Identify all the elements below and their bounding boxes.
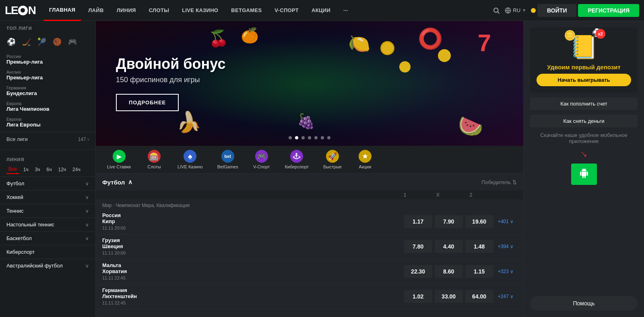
odd-2[interactable]: 1.15 bbox=[465, 265, 493, 278]
qn-esports-label: Киберспорт bbox=[285, 164, 309, 169]
banner-content: Двойной бонус 150 фриспинов для игры ПОД… bbox=[96, 39, 246, 127]
qn-esports[interactable]: 🕹 Киберспорт bbox=[278, 146, 316, 173]
all-leagues-label: Все лиги bbox=[6, 136, 28, 142]
odd-x[interactable]: 33.00 bbox=[435, 290, 463, 303]
help-button[interactable]: Помощь bbox=[530, 296, 638, 311]
withdraw-link[interactable]: Как снять деньги bbox=[530, 115, 638, 127]
odds-cells: 7.80 4.40 1.48 +394 ∨ bbox=[403, 240, 517, 253]
winner-sort[interactable]: Победитель ⇅ bbox=[481, 179, 517, 185]
time-filter-3h[interactable]: 3ч bbox=[33, 166, 42, 174]
match-time: 11.11 22:45 bbox=[102, 276, 403, 280]
sport-line-table-tennis[interactable]: Настольный теннис ∨ bbox=[0, 218, 95, 231]
more-odds-link[interactable]: +401 ∨ bbox=[495, 219, 517, 224]
android-download-button[interactable] bbox=[571, 164, 597, 185]
odd-x[interactable]: 7.90 bbox=[435, 215, 463, 228]
league-europe-uel[interactable]: Европа Лига Европы bbox=[0, 114, 95, 130]
search-button[interactable] bbox=[493, 7, 500, 14]
league-europe-ucl[interactable]: Европа Лига Чемпионов bbox=[0, 99, 95, 114]
nav-home[interactable]: ГЛАВНАЯ bbox=[43, 0, 81, 21]
header: LE N ГЛАВНАЯ ЛАЙВ ЛИНИЯ СЛОТЫ LIVE КАЗИН… bbox=[0, 0, 644, 21]
qn-live-casino[interactable]: ♠ LIVE Казино bbox=[170, 146, 210, 173]
odd-x[interactable]: 4.40 bbox=[435, 240, 463, 253]
promo-card: 📒 🪙 ⚽ x2 Удвоим первый депозит Начать вы… bbox=[530, 27, 638, 93]
odd-1[interactable]: 22.30 bbox=[404, 265, 432, 278]
qn-slots[interactable]: 🎰 Слоты bbox=[138, 146, 170, 173]
league-country: Германия bbox=[6, 85, 89, 90]
qn-fast[interactable]: 🚀 Быстрые bbox=[316, 146, 349, 173]
time-filter-24h[interactable]: 24ч bbox=[70, 166, 83, 174]
qn-live-bets[interactable]: ▶ Live Ставки bbox=[100, 146, 138, 173]
league-germany[interactable]: Германия Бундеслига bbox=[0, 83, 95, 99]
odd-2[interactable]: 64.00 bbox=[465, 290, 493, 303]
register-button[interactable]: РЕГИСТРАЦИЯ bbox=[578, 4, 639, 17]
dot-6[interactable] bbox=[321, 136, 324, 139]
nav-slots[interactable]: СЛОТЫ bbox=[143, 0, 175, 21]
all-leagues-link[interactable]: Все лиги 147 › bbox=[0, 132, 95, 146]
banner-button[interactable]: ПОДРОБНЕЕ bbox=[116, 94, 179, 111]
time-filter-6h[interactable]: 6ч bbox=[45, 166, 54, 174]
svg-point-0 bbox=[494, 8, 498, 12]
dot-1[interactable] bbox=[289, 136, 292, 139]
deposit-link[interactable]: Как пополнить счет bbox=[530, 97, 638, 110]
dot-3[interactable] bbox=[301, 136, 305, 139]
qn-vsport[interactable]: 🎮 V-Спорт bbox=[246, 146, 278, 173]
nav-liniya[interactable]: ЛИНИЯ bbox=[111, 0, 142, 21]
divider bbox=[0, 149, 95, 150]
login-button[interactable]: ВОЙТИ bbox=[537, 4, 576, 17]
time-filter-1h[interactable]: 1ч bbox=[21, 166, 31, 174]
promo-title: Удвоим первый депозит bbox=[547, 64, 620, 70]
team1: Грузия bbox=[102, 237, 403, 243]
odd-x[interactable]: 8.60 bbox=[435, 265, 463, 278]
col-x: X bbox=[424, 192, 452, 198]
more-odds-link[interactable]: +323 ∨ bbox=[495, 269, 517, 274]
sport-icon-esports[interactable]: 🎮 bbox=[68, 37, 77, 47]
nav-live-casino[interactable]: LIVE КАЗИНО bbox=[176, 0, 224, 21]
dot-7[interactable] bbox=[327, 136, 330, 139]
dot-4[interactable] bbox=[308, 136, 311, 139]
odds-section: Футбол ∧ Победитель ⇅ 1 X 2 Мир · Чемпио… bbox=[96, 174, 523, 310]
league-russia[interactable]: Россия Премьер-лига bbox=[0, 52, 95, 67]
banner: 🍒 🍊 🍋 ⭕ 7 🍌 🍉 🍇 Двойной бонус 150 фриспи… bbox=[96, 21, 523, 146]
sport-line-basketball[interactable]: Баскетбол ∨ bbox=[0, 231, 95, 245]
nav-akcii[interactable]: АКЦИИ bbox=[306, 0, 336, 21]
odd-1[interactable]: 1.17 bbox=[404, 215, 432, 228]
dot-5[interactable] bbox=[314, 136, 318, 139]
main-layout: ТОП ЛИГИ ⚽ 🏒 🎾 🏀 🎮 Россия Премьер-лига А… bbox=[0, 21, 644, 317]
nav-vsport[interactable]: V-СПОРТ bbox=[269, 0, 304, 21]
time-filter-all[interactable]: Все bbox=[6, 165, 19, 174]
promo-cta-button[interactable]: Начать выигрывать bbox=[537, 74, 631, 86]
odd-2[interactable]: 19.60 bbox=[465, 215, 493, 228]
col-2: 2 bbox=[457, 192, 485, 198]
sport-line-tennis[interactable]: Теннис ∨ bbox=[0, 204, 95, 218]
qn-akcii[interactable]: ★ Акции bbox=[349, 146, 381, 173]
nav-betgames[interactable]: BETGAMES bbox=[225, 0, 267, 21]
qn-betgames[interactable]: bet BetGames bbox=[210, 146, 246, 173]
fast-icon: 🚀 bbox=[326, 150, 339, 163]
col-1: 1 bbox=[391, 192, 419, 198]
language-selector[interactable]: RU ▼ bbox=[505, 7, 526, 14]
match-row: Россия Кипр 11.11 20:00 1.17 7.90 19.60 … bbox=[96, 210, 523, 234]
chevron-up-icon: ∧ bbox=[128, 178, 132, 186]
odds-cells: 22.30 8.60 1.15 +323 ∨ bbox=[403, 265, 517, 278]
sport-line-aussie-football[interactable]: Австралийский футбол ∨ bbox=[0, 259, 95, 272]
sport-line-football[interactable]: Футбол ∨ bbox=[0, 176, 95, 190]
league-england[interactable]: Англия Премьер-лига bbox=[0, 67, 95, 83]
more-odds-link[interactable]: +247 ∨ bbox=[495, 294, 517, 299]
time-filter-12h[interactable]: 12ч bbox=[56, 166, 68, 174]
dot-2[interactable] bbox=[295, 136, 298, 139]
sport-icon-basketball[interactable]: 🏀 bbox=[52, 37, 62, 47]
match-teams: Мальта Хорватия 11.11 22:45 bbox=[102, 262, 403, 280]
more-odds-link[interactable]: +394 ∨ bbox=[495, 244, 517, 249]
odd-1[interactable]: 7.80 bbox=[404, 240, 432, 253]
odd-1[interactable]: 1.02 bbox=[404, 290, 432, 303]
sport-icon-football[interactable]: ⚽ bbox=[6, 37, 16, 47]
sport-icon-tennis[interactable]: 🎾 bbox=[37, 37, 47, 47]
sport-line-hockey[interactable]: Хоккей ∨ bbox=[0, 190, 95, 204]
sport-icon-hockey[interactable]: 🏒 bbox=[22, 37, 31, 47]
odd-2[interactable]: 1.48 bbox=[465, 240, 493, 253]
nav-live[interactable]: ЛАЙВ bbox=[83, 0, 109, 21]
nav-more[interactable]: ··· bbox=[338, 0, 354, 21]
odds-sport-name[interactable]: Футбол ∧ bbox=[102, 178, 132, 186]
sport-line-esports[interactable]: Киберспорт bbox=[0, 245, 95, 259]
logo[interactable]: LE N bbox=[5, 4, 35, 17]
